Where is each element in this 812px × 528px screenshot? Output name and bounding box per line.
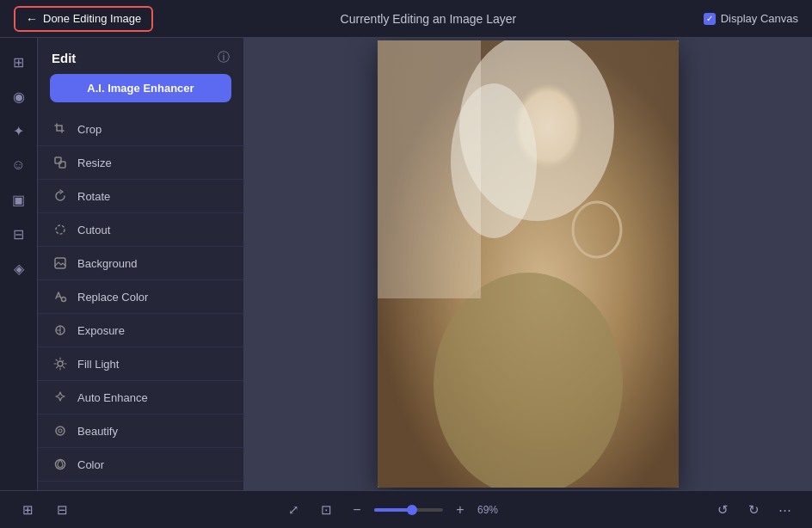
cutout-icon	[52, 221, 69, 238]
canvas-area	[244, 38, 812, 490]
svg-point-8	[58, 429, 62, 433]
svg-rect-24	[378, 40, 481, 298]
replace-color-icon	[52, 288, 69, 305]
svg-rect-3	[55, 258, 65, 268]
edit-item-resize[interactable]: Resize	[38, 146, 243, 180]
sidebar-item-media[interactable]: ▣	[3, 184, 34, 215]
page-title: Currently Editing an Image Layer	[341, 12, 517, 26]
fill-light-label: Fill Light	[77, 358, 119, 371]
back-arrow-icon: ←	[26, 12, 38, 26]
layers-toggle-button[interactable]: ⊞	[14, 496, 41, 524]
top-bar: ← Done Editing Image Currently Editing a…	[0, 0, 812, 38]
color-label: Color	[77, 458, 104, 471]
canvas-image-display	[378, 40, 679, 488]
sidebar-item-faces[interactable]: ☺	[3, 150, 34, 181]
svg-rect-1	[59, 162, 65, 168]
edit-panel-header: Edit ⓘ	[38, 38, 243, 74]
redo-button[interactable]: ↻	[740, 496, 767, 524]
sidebar-item-stickers[interactable]: ◈	[3, 253, 34, 284]
svg-point-23	[434, 273, 623, 488]
display-canvas-label: Display Canvas	[721, 12, 798, 25]
grid-toggle-button[interactable]: ⊟	[48, 496, 76, 524]
zoom-percent-label: 69%	[477, 504, 505, 516]
edit-item-auto-enhance[interactable]: Auto Enhance	[38, 381, 243, 414]
svg-point-2	[56, 225, 65, 234]
edit-item-cutout[interactable]: Cutout	[38, 213, 243, 247]
bottom-left-controls: ⊞ ⊟	[14, 496, 76, 524]
main-layout: ⊞ ◉ ✦ ☺ ▣ ⊟ ◈ Edit ⓘ A.I. Image Enhancer…	[0, 38, 812, 490]
bottom-bar: ⊞ ⊟ ⤢ ⊡ − + 69% ↺ ↻ ⋯	[0, 490, 812, 528]
sidebar-item-visibility[interactable]: ◉	[3, 81, 34, 112]
crop-icon	[52, 120, 69, 138]
svg-rect-0	[55, 157, 61, 163]
background-label: Background	[77, 257, 137, 270]
edit-item-vibrance[interactable]: Vibrance	[38, 482, 243, 490]
svg-point-7	[56, 427, 65, 435]
ai-image-enhancer-button[interactable]: A.I. Image Enhancer	[50, 74, 231, 102]
done-editing-label: Done Editing Image	[43, 12, 141, 25]
edit-items-list: Crop Resize	[38, 113, 243, 490]
edit-item-replace-color[interactable]: Replace Color	[38, 280, 243, 314]
more-options-button[interactable]: ⋯	[771, 496, 798, 524]
image-canvas[interactable]	[378, 40, 679, 488]
edit-item-rotate[interactable]: Rotate	[38, 180, 243, 213]
zoom-slider[interactable]	[374, 508, 443, 512]
undo-button[interactable]: ↺	[709, 496, 736, 524]
sidebar-item-templates[interactable]: ⊟	[3, 218, 34, 249]
edit-item-crop[interactable]: Crop	[38, 113, 243, 146]
beautify-label: Beautify	[77, 425, 118, 438]
sidebar-item-effects[interactable]: ✦	[3, 115, 34, 146]
edit-item-color[interactable]: Color	[38, 448, 243, 482]
rotate-icon	[52, 187, 69, 205]
fit-button[interactable]: ⊡	[312, 496, 340, 524]
replace-color-label: Replace Color	[77, 291, 148, 304]
done-editing-button[interactable]: ← Done Editing Image	[14, 6, 153, 32]
exposure-label: Exposure	[77, 324, 125, 337]
cutout-label: Cutout	[77, 224, 110, 236]
svg-point-4	[62, 298, 66, 302]
fill-light-icon	[52, 355, 69, 372]
expand-button[interactable]: ⤢	[280, 496, 307, 524]
zoom-controls: ⤢ ⊡ − + 69%	[280, 496, 505, 524]
resize-label: Resize	[77, 157, 112, 169]
edit-item-exposure[interactable]: Exposure	[38, 314, 243, 347]
exposure-icon	[52, 322, 69, 339]
background-icon	[52, 255, 69, 272]
resize-icon	[52, 154, 69, 171]
display-canvas-checkbox[interactable]: ✓	[704, 13, 716, 25]
zoom-out-button[interactable]: −	[345, 498, 369, 522]
info-icon[interactable]: ⓘ	[218, 50, 230, 65]
color-icon	[52, 456, 69, 473]
edit-item-background[interactable]: Background	[38, 247, 243, 280]
edit-panel-title: Edit	[52, 51, 76, 65]
icon-bar: ⊞ ◉ ✦ ☺ ▣ ⊟ ◈	[0, 38, 38, 490]
edit-item-fill-light[interactable]: Fill Light	[38, 347, 243, 381]
bottom-right-controls: ↺ ↻ ⋯	[709, 496, 798, 524]
rotate-label: Rotate	[77, 190, 110, 203]
bottom-center-controls: ⤢ ⊡ − + 69%	[280, 496, 505, 524]
beautify-icon	[52, 422, 69, 439]
auto-enhance-label: Auto Enhance	[77, 391, 148, 404]
edit-panel: Edit ⓘ A.I. Image Enhancer Crop	[38, 38, 244, 490]
zoom-slider-thumb	[407, 505, 417, 515]
display-canvas-group: ✓ Display Canvas	[704, 12, 798, 25]
zoom-in-button[interactable]: +	[448, 498, 472, 522]
sidebar-item-layers[interactable]: ⊞	[3, 46, 34, 77]
crop-label: Crop	[77, 123, 102, 136]
auto-enhance-icon	[52, 389, 69, 406]
edit-item-beautify[interactable]: Beautify	[38, 414, 243, 448]
